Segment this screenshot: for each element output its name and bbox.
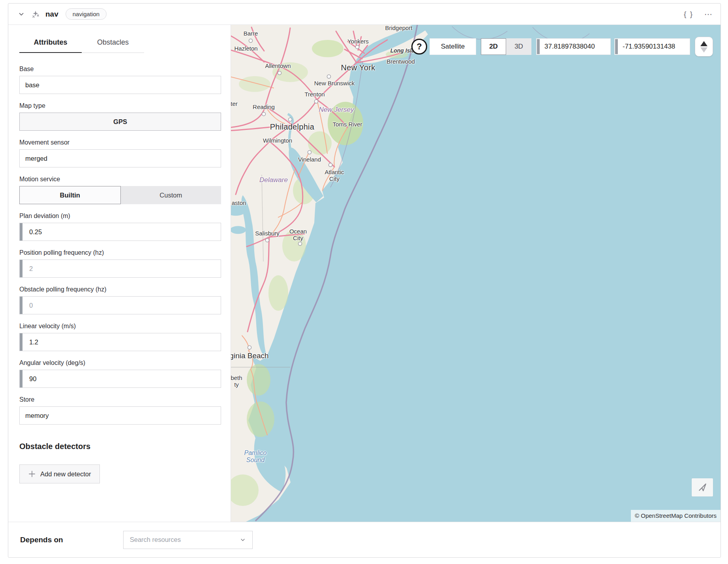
field-map-type: Map type GPS	[19, 102, 221, 131]
tab-obstacles[interactable]: Obstacles	[82, 38, 144, 53]
obstacle-detectors-heading: Obstacle detectors	[19, 442, 221, 451]
field-position-polling: Position polling frequency (hz)	[19, 249, 221, 278]
field-movement-sensor: Movement sensor	[19, 139, 221, 167]
chevron-down-icon	[240, 537, 246, 543]
view-mode-segmented: 2D 3D	[481, 38, 531, 55]
help-button[interactable]: ?	[411, 39, 427, 55]
motion-service-builtin-option[interactable]: Builtin	[19, 186, 121, 204]
position-polling-label: Position polling frequency (hz)	[19, 249, 221, 256]
depends-on-heading: Depends on	[20, 536, 63, 544]
field-motion-service: Motion service Builtin Custom	[19, 176, 221, 204]
card-footer: Depends on Search resources	[8, 522, 720, 557]
view-3d-button[interactable]: 3D	[506, 38, 531, 55]
plan-deviation-label: Plan deviation (m)	[19, 212, 221, 220]
obstacle-polling-input[interactable]	[19, 296, 221, 314]
locate-button[interactable]	[692, 478, 713, 496]
linear-velocity-label: Linear velocity (m/s)	[19, 323, 221, 330]
longitude-input[interactable]	[615, 39, 690, 55]
tab-attributes[interactable]: Attributes	[19, 38, 82, 53]
field-angular-velocity: Angular velocity (deg/s)	[19, 359, 221, 388]
step-down-icon[interactable]	[700, 47, 707, 53]
resource-name: nav	[45, 10, 58, 19]
code-braces-button[interactable]: { }	[684, 10, 693, 19]
tab-bar: Attributes Obstacles	[19, 38, 221, 53]
base-input[interactable]	[19, 76, 221, 94]
add-detector-button[interactable]: Add new detector	[19, 464, 100, 483]
angular-velocity-input[interactable]	[19, 370, 221, 388]
search-resources-placeholder: Search resources	[130, 536, 181, 543]
movement-sensor-label: Movement sensor	[19, 139, 221, 146]
field-plan-deviation: Plan deviation (m)	[19, 212, 221, 241]
obstacle-polling-label: Obstacle polling frequency (hz)	[19, 286, 221, 293]
base-label: Base	[19, 66, 221, 73]
card-header: nav navigation { } ⋯	[8, 4, 720, 25]
resource-card: nav navigation { } ⋯ Attributes Obstacle…	[8, 3, 721, 558]
field-linear-velocity: Linear velocity (m/s)	[19, 323, 221, 351]
map-canvas[interactable]: BarreHazletonAllentownReadingterPhiladel…	[231, 25, 720, 522]
map-graphic	[231, 25, 720, 522]
more-menu-button[interactable]: ⋯	[704, 9, 713, 19]
position-polling-input[interactable]	[19, 259, 221, 278]
map-type-label: Map type	[19, 102, 221, 109]
coordinate-stepper[interactable]	[695, 37, 713, 56]
config-panel: Attributes Obstacles Base Map type GPS M…	[8, 25, 231, 522]
field-base: Base	[19, 66, 221, 94]
step-up-icon[interactable]	[700, 41, 707, 46]
plan-deviation-input[interactable]	[19, 223, 221, 241]
map-attribution[interactable]: © OpenStreetMap Contributors	[631, 510, 720, 522]
store-label: Store	[19, 396, 221, 403]
map-type-gps-button[interactable]: GPS	[19, 113, 221, 131]
plus-icon	[28, 470, 36, 478]
latitude-field	[536, 38, 611, 55]
card-body: Attributes Obstacles Base Map type GPS M…	[8, 25, 720, 522]
motion-service-label: Motion service	[19, 176, 221, 183]
map-controls: ? Satellite 2D 3D	[411, 37, 713, 56]
add-detector-label: Add new detector	[40, 470, 91, 478]
satellite-toggle-button[interactable]: Satellite	[430, 38, 476, 55]
depends-on-select[interactable]: Search resources	[123, 531, 253, 549]
motion-service-segmented: Builtin Custom	[19, 186, 221, 204]
field-store: Store	[19, 396, 221, 425]
field-obstacle-polling: Obstacle polling frequency (hz)	[19, 286, 221, 314]
navigation-arrow-icon	[697, 482, 707, 493]
store-input[interactable]	[19, 406, 221, 425]
movement-sensor-input[interactable]	[19, 149, 221, 167]
resource-type-badge: navigation	[66, 8, 107, 20]
motion-service-custom-option[interactable]: Custom	[121, 186, 221, 204]
angular-velocity-label: Angular velocity (deg/s)	[19, 359, 221, 367]
sparkles-icon	[30, 9, 41, 19]
linear-velocity-input[interactable]	[19, 333, 221, 351]
view-2d-button[interactable]: 2D	[481, 38, 506, 55]
longitude-field	[614, 38, 690, 55]
latitude-input[interactable]	[537, 39, 610, 55]
collapse-chevron-icon[interactable]	[16, 9, 26, 19]
